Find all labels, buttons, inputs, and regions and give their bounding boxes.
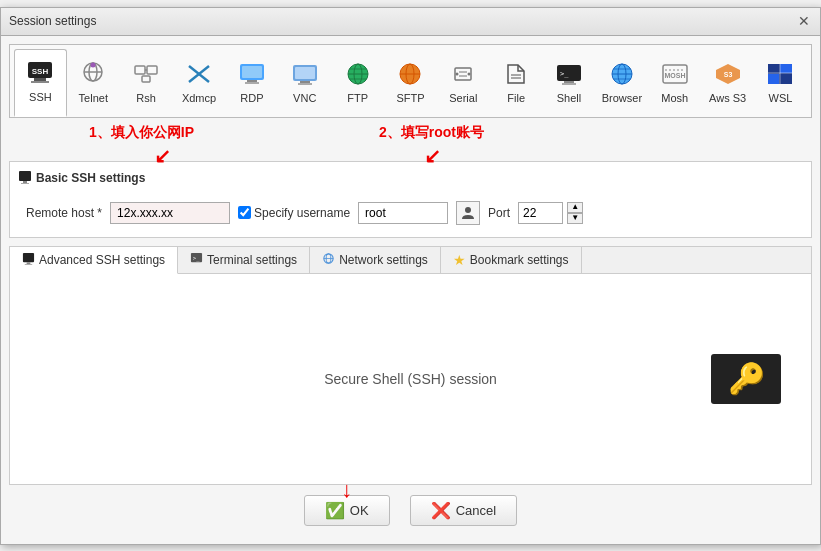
mosh-icon: MOSH [661, 62, 689, 90]
tab-vnc[interactable]: VNC [278, 49, 331, 117]
svg-rect-61 [23, 181, 27, 183]
tab-ftp[interactable]: FTP [331, 49, 384, 117]
tab-wsl[interactable]: WSL [754, 49, 807, 117]
tab-mosh-label: Mosh [661, 92, 688, 104]
svg-rect-11 [142, 76, 150, 82]
specify-username-label: Specify username [254, 206, 350, 220]
port-label: Port [488, 206, 510, 220]
ftp-icon [344, 62, 372, 90]
svg-rect-64 [23, 252, 34, 261]
ok-check-icon: ✅ [325, 501, 345, 520]
tab-shell[interactable]: >_ Shell [543, 49, 596, 117]
specify-username-wrapper: Specify username [238, 206, 350, 220]
svg-point-7 [91, 62, 96, 67]
svg-point-36 [468, 72, 471, 75]
svg-rect-57 [780, 74, 792, 84]
tab-terminal-settings[interactable]: >_ Terminal settings [178, 247, 310, 273]
svg-rect-20 [300, 81, 310, 83]
awss3-icon: S3 [714, 62, 742, 90]
svg-rect-9 [147, 66, 157, 74]
svg-text:>_: >_ [193, 255, 200, 262]
sftp-icon [396, 62, 424, 90]
svg-rect-19 [295, 67, 315, 79]
svg-rect-21 [298, 83, 312, 85]
close-button[interactable]: ✕ [796, 13, 812, 29]
user-icon-button[interactable] [456, 201, 480, 225]
svg-text:SSH: SSH [32, 67, 49, 76]
ssh-icon: SSH [26, 61, 54, 89]
window-title: Session settings [9, 14, 96, 28]
tab-serial[interactable]: Serial [437, 49, 490, 117]
serial-icon [449, 62, 477, 90]
tab-awss3-label: Aws S3 [709, 92, 746, 104]
ok-button-wrapper: ↓ ✅ OK [304, 495, 390, 526]
tab-telnet[interactable]: Telnet [67, 49, 120, 117]
cancel-label: Cancel [456, 503, 496, 518]
tab-ssh[interactable]: SSH SSH [14, 49, 67, 117]
key-icon: 🔑 [728, 361, 765, 396]
svg-rect-62 [21, 183, 29, 184]
tab-advanced-ssh-label: Advanced SSH settings [39, 253, 165, 267]
port-increment-button[interactable]: ▲ [567, 202, 583, 213]
browser-icon [608, 62, 636, 90]
remote-host-input[interactable] [110, 202, 230, 224]
svg-rect-60 [19, 171, 31, 181]
tab-rdp[interactable]: RDP [225, 49, 278, 117]
specify-username-checkbox[interactable] [238, 206, 251, 219]
tab-awss3[interactable]: S3 Aws S3 [701, 49, 754, 117]
panel-header-icon [18, 170, 32, 187]
svg-rect-55 [780, 64, 792, 73]
tab-telnet-label: Telnet [79, 92, 108, 104]
svg-rect-65 [27, 262, 31, 264]
cancel-button[interactable]: ❌ Cancel [410, 495, 517, 526]
tab-xdmcp[interactable]: Xdmcp [173, 49, 226, 117]
tab-rsh[interactable]: Rsh [120, 49, 173, 117]
ok-label: OK [350, 503, 369, 518]
svg-rect-15 [242, 66, 262, 78]
tab-bookmark-label: Bookmark settings [470, 253, 569, 267]
tab-xdmcp-label: Xdmcp [182, 92, 216, 104]
svg-rect-41 [564, 81, 574, 83]
tab-browser[interactable]: Browser [595, 49, 648, 117]
tab-browser-label: Browser [602, 92, 642, 104]
shell-icon: >_ [555, 62, 583, 90]
svg-rect-54 [768, 64, 779, 73]
titlebar: Session settings ✕ [1, 8, 820, 36]
tab-sftp[interactable]: SFTP [384, 49, 437, 117]
tab-file-label: File [507, 92, 525, 104]
session-content: SSH SSH Telnet [1, 36, 820, 544]
bottom-bar: ↓ ✅ OK ❌ Cancel [9, 485, 812, 536]
tab-network-label: Network settings [339, 253, 428, 267]
remote-host-label: Remote host * [26, 206, 102, 220]
xdmcp-icon [185, 62, 213, 90]
username-input[interactable] [358, 202, 448, 224]
tab-wsl-label: WSL [769, 92, 793, 104]
svg-rect-8 [135, 66, 145, 74]
telnet-icon [79, 62, 107, 90]
advanced-ssh-icon [22, 252, 35, 268]
cancel-x-icon: ❌ [431, 501, 451, 520]
svg-rect-16 [247, 80, 257, 82]
wsl-icon [766, 62, 794, 90]
svg-rect-42 [562, 83, 576, 85]
panel-header: Basic SSH settings [18, 170, 803, 187]
svg-rect-66 [25, 264, 32, 265]
basic-ssh-settings-panel: Basic SSH settings Remote host * Specify… [9, 161, 812, 238]
tab-network-settings[interactable]: Network settings [310, 247, 441, 273]
tab-file[interactable]: File [490, 49, 543, 117]
port-input[interactable] [518, 202, 563, 224]
tab-mosh[interactable]: MOSH Mosh [648, 49, 701, 117]
basic-fields: Remote host * Specify username Port ▲ [18, 197, 803, 229]
svg-text:>_: >_ [560, 70, 569, 78]
sub-tab-content: Secure Shell (SSH) session 🔑 [10, 274, 811, 484]
tab-advanced-ssh[interactable]: Advanced SSH settings [10, 247, 178, 274]
svg-point-63 [465, 207, 471, 213]
tab-bookmark-settings[interactable]: ★ Bookmark settings [441, 247, 582, 273]
basic-settings-label: Basic SSH settings [36, 171, 145, 185]
ok-button[interactable]: ✅ OK [304, 495, 390, 526]
port-decrement-button[interactable]: ▼ [567, 213, 583, 224]
tab-terminal-label: Terminal settings [207, 253, 297, 267]
terminal-icon: >_ [190, 252, 203, 268]
network-icon [322, 252, 335, 268]
sub-tabs-container: Advanced SSH settings >_ Terminal settin… [9, 246, 812, 485]
